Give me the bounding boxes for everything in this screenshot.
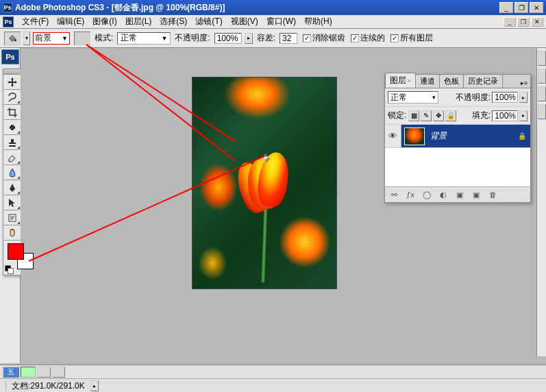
window-title: Adobe Photoshop CS3 - [郁金香.jpg @ 100%(RG… xyxy=(15,2,499,14)
lock-icon: 🔒 xyxy=(518,132,526,140)
lock-pixels-button[interactable]: ✎ xyxy=(421,110,432,121)
lasso-tool[interactable] xyxy=(3,90,21,105)
svg-point-0 xyxy=(14,38,17,41)
antialias-checkbox-wrap[interactable]: ✓ 消除锯齿 xyxy=(303,32,345,44)
layers-panel-footer: ⚯ ƒx ◯ ◐ ▣ ▣ 🗑 xyxy=(385,186,530,202)
palette-toggle-button[interactable] xyxy=(538,69,546,84)
path-select-tool[interactable] xyxy=(3,195,21,210)
pen-tool[interactable] xyxy=(3,180,21,195)
tab-channels[interactable]: 通道 xyxy=(415,74,440,88)
task-button[interactable] xyxy=(52,367,66,378)
ps-badge[interactable]: Ps xyxy=(1,49,19,64)
close-button[interactable]: ✕ xyxy=(530,2,543,13)
palette-toggle-button[interactable] xyxy=(538,86,546,101)
lock-position-button[interactable]: ✥ xyxy=(433,110,444,121)
lock-transparency-button[interactable]: ▦ xyxy=(408,110,419,121)
layer-blend-mode-select[interactable]: 正常 ▾ xyxy=(388,91,438,103)
tab-history[interactable]: 历史记录 xyxy=(463,74,503,88)
healing-tool[interactable] xyxy=(3,120,21,135)
palette-toggle-button[interactable] xyxy=(538,51,546,66)
right-palette-strip xyxy=(536,48,546,356)
doc-close-button[interactable]: ✕ xyxy=(531,17,543,27)
menu-layer[interactable]: 图层(L) xyxy=(121,14,156,29)
restore-button[interactable]: ❐ xyxy=(514,2,528,13)
layer-style-button[interactable]: ƒx xyxy=(404,189,417,200)
contiguous-checkbox-wrap[interactable]: ✓ 连续的 xyxy=(351,32,385,44)
layer-thumbnail[interactable] xyxy=(404,127,425,145)
minimize-button[interactable]: _ xyxy=(499,2,513,13)
ps-icon[interactable]: Ps xyxy=(3,16,14,27)
panel-tabs: 图层× 通道 色板 历史记录 ▸≡ xyxy=(385,75,530,88)
notes-tool[interactable] xyxy=(3,210,21,225)
antialias-label: 消除锯齿 xyxy=(312,32,345,44)
tolerance-input[interactable]: 32 xyxy=(280,33,297,44)
menu-help[interactable]: 帮助(H) xyxy=(300,14,336,29)
app-icon: Ps xyxy=(3,3,12,12)
tolerance-label: 容差: xyxy=(256,32,277,44)
eraser-tool[interactable] xyxy=(3,150,21,165)
hand-tool[interactable] xyxy=(3,225,21,241)
doc-title: [郁金香.jpg @ 100%(RGB/8#)] xyxy=(112,3,225,12)
pattern-swatch[interactable] xyxy=(74,32,90,45)
default-colors-icon[interactable] xyxy=(5,265,13,273)
document-image[interactable]: ◈ xyxy=(192,77,337,289)
task-button[interactable] xyxy=(37,367,51,378)
opacity-label: 不透明度: xyxy=(173,32,211,44)
task-button-active[interactable] xyxy=(21,367,36,378)
opacity-flyout[interactable]: ▸ xyxy=(245,33,253,44)
menu-view[interactable]: 视图(V) xyxy=(227,14,262,29)
fill-source-value: 前景 xyxy=(35,32,51,44)
tulip-image: ◈ xyxy=(193,77,336,289)
task-button[interactable]: 五 xyxy=(3,367,19,378)
link-layers-button[interactable]: ⚯ xyxy=(388,189,400,200)
fill-label: 填充: xyxy=(472,110,491,121)
options-bar: ▾ 前景 ▼ 模式: 正常 ▼ 不透明度: 100% ▸ 容差: 32 ✓ 消除… xyxy=(0,29,546,48)
opacity-input[interactable]: 100% xyxy=(214,33,242,44)
antialias-checkbox[interactable]: ✓ xyxy=(303,34,311,42)
adjustment-layer-button[interactable]: ◐ xyxy=(437,189,449,200)
move-tool[interactable] xyxy=(3,75,21,90)
fill-flyout[interactable]: ▸ xyxy=(519,110,528,121)
panel-menu-icon[interactable]: ▸≡ xyxy=(518,78,530,88)
menu-filter[interactable]: 滤镜(T) xyxy=(191,14,226,29)
menu-edit[interactable]: 编辑(E) xyxy=(53,14,88,29)
status-bar: 五 文档:291.0K/291.0K ▸ xyxy=(0,365,546,392)
svg-rect-3 xyxy=(11,125,14,130)
menu-image[interactable]: 图像(I) xyxy=(88,14,121,29)
delete-layer-button[interactable]: 🗑 xyxy=(486,189,499,200)
doc-restore-button[interactable]: ❐ xyxy=(517,17,530,27)
layer-name[interactable]: 背景 xyxy=(427,130,518,142)
visibility-toggle[interactable]: 👁 xyxy=(385,125,401,147)
menu-window[interactable]: 窗口(W) xyxy=(262,14,300,29)
group-button[interactable]: ▣ xyxy=(454,189,466,200)
palette-toggle-button[interactable] xyxy=(538,104,546,119)
layer-row[interactable]: 👁 背景 🔒 xyxy=(385,125,530,148)
tab-layers[interactable]: 图层× xyxy=(385,73,416,88)
new-layer-button[interactable]: ▣ xyxy=(470,189,482,200)
layer-opacity-input[interactable]: 100% xyxy=(492,92,518,103)
close-icon[interactable]: × xyxy=(408,77,411,84)
stamp-tool[interactable] xyxy=(3,135,21,150)
opacity-flyout[interactable]: ▸ xyxy=(519,92,528,103)
alllayers-checkbox[interactable]: ✓ xyxy=(390,34,399,42)
alllayers-checkbox-wrap[interactable]: ✓ 所有图层 xyxy=(390,32,433,44)
layer-fill-input[interactable]: 100% xyxy=(492,110,518,121)
layer-mask-button[interactable]: ◯ xyxy=(421,189,433,200)
menu-file[interactable]: 文件(F) xyxy=(18,14,53,29)
lock-all-button[interactable]: 🔒 xyxy=(445,110,456,121)
fill-source-select[interactable]: 前景 ▼ xyxy=(33,32,70,45)
contiguous-checkbox[interactable]: ✓ xyxy=(351,34,359,42)
doc-size-label: 文档:291.0K/291.0K xyxy=(12,380,85,392)
tab-swatches[interactable]: 色板 xyxy=(439,74,464,88)
blend-mode-select[interactable]: 正常 ▼ xyxy=(117,32,171,45)
tool-preset-picker[interactable] xyxy=(4,32,21,45)
title-bar: Ps Adobe Photoshop CS3 - [郁金香.jpg @ 100%… xyxy=(0,0,546,15)
doc-minimize-button[interactable]: _ xyxy=(504,17,516,27)
foreground-color-swatch[interactable] xyxy=(8,243,24,260)
blur-tool[interactable] xyxy=(3,165,21,180)
crop-tool[interactable] xyxy=(3,105,21,120)
status-flyout[interactable]: ▸ xyxy=(90,380,99,391)
chevron-down-icon: ▼ xyxy=(62,35,68,42)
menu-select[interactable]: 选择(S) xyxy=(156,14,191,29)
tool-preset-dropdown[interactable]: ▾ xyxy=(23,32,30,45)
